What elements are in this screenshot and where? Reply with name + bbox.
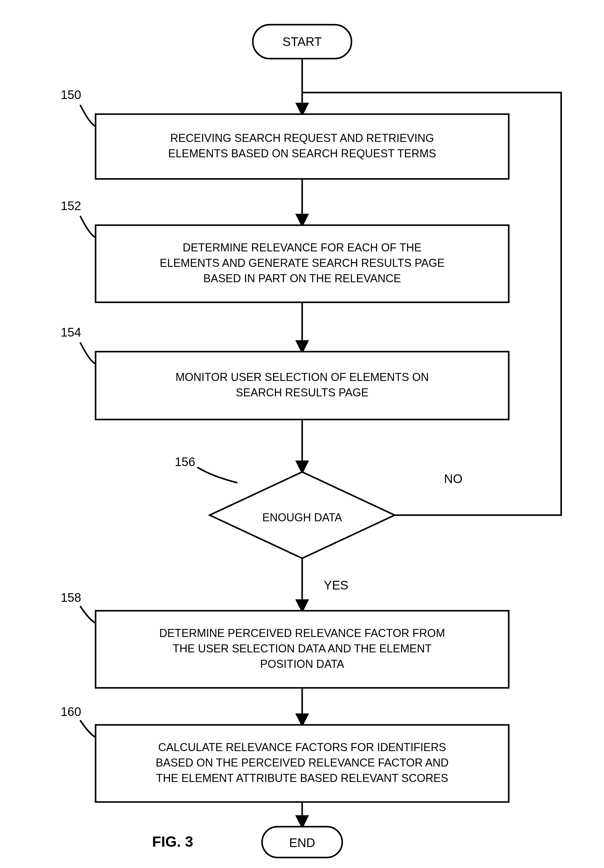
box-158-line3: POSITION DATA: [260, 658, 344, 670]
box-158-line1: DETERMINE PERCEIVED RELEVANCE FACTOR FRO…: [160, 627, 445, 639]
callout-152: [80, 216, 96, 237]
box-150: [96, 114, 509, 179]
flowchart: START RECEIVING SEARCH REQUEST AND RETRI…: [0, 0, 604, 868]
box-154-line2: SEARCH RESULTS PAGE: [236, 386, 369, 399]
decision-156-text: ENOUGH DATA: [262, 511, 342, 524]
box-150-line2: ELEMENTS BASED ON SEARCH REQUEST TERMS: [168, 147, 436, 160]
box-154: [96, 352, 509, 420]
end-label: END: [289, 836, 315, 849]
box-152-line3: BASED IN PART ON THE RELEVANCE: [203, 272, 401, 285]
branch-no: NO: [444, 472, 463, 485]
box-152-line2: ELEMENTS AND GENERATE SEARCH RESULTS PAG…: [160, 257, 444, 269]
label-150: 150: [61, 88, 81, 101]
branch-yes: YES: [324, 578, 348, 592]
box-150-line1: RECEIVING SEARCH REQUEST AND RETRIEVING: [170, 132, 434, 144]
box-160-line2: BASED ON THE PERCEIVED RELEVANCE FACTOR …: [156, 756, 449, 769]
callout-158: [80, 606, 96, 623]
callout-156: [197, 467, 237, 483]
label-160: 160: [61, 705, 81, 718]
box-158-line2: THE USER SELECTION DATA AND THE ELEMENT: [173, 642, 432, 655]
start-label: START: [282, 35, 322, 48]
box-152-line1: DETERMINE RELEVANCE FOR EACH OF THE: [183, 241, 422, 254]
callout-150: [80, 105, 96, 127]
callout-160: [80, 720, 96, 737]
label-154: 154: [61, 326, 81, 339]
callout-154: [80, 343, 96, 364]
box-160-line1: CALCULATE RELEVANCE FACTORS FOR IDENTIFI…: [158, 741, 446, 753]
box-160-line3: THE ELEMENT ATTRIBUTE BASED RELEVANT SCO…: [156, 772, 448, 784]
label-152: 152: [61, 199, 81, 212]
figure-label: FIG. 3: [152, 834, 193, 850]
box-154-line1: MONITOR USER SELECTION OF ELEMENTS ON: [175, 371, 429, 383]
label-156: 156: [175, 455, 195, 468]
label-158: 158: [61, 591, 81, 604]
